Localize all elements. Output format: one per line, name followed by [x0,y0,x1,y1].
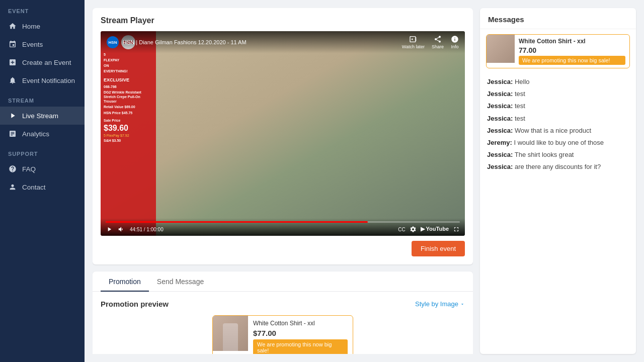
notif-details: White Cotton Shirt - xxl 77.00 We are pr… [515,35,629,68]
style-by-image-btn[interactable]: Style by Image [415,300,465,308]
promotion-card: Promotion Send Message Promotion preview… [93,272,473,354]
promo-cta: We are promoting this now big sale! [253,339,348,354]
sidebar-stream-section: STREAM [0,89,85,107]
notif-price: 77.00 [519,46,625,54]
list-item: Jeremy: I would like to buy one of those [487,138,629,147]
info-btn[interactable]: Info [451,35,459,49]
progress-fill [106,221,368,223]
home-icon [8,22,17,31]
video-channel-logo: HSN [107,36,119,48]
play-button[interactable] [106,226,113,233]
volume-button[interactable] [118,226,125,233]
video-promo-sale-label: Sale Price [104,118,153,123]
video-promo-line4: EVERYTHING! [104,69,153,73]
sidebar-support-section: SUPPORT [0,143,85,160]
messages-list: Jessica: HelloJessica: testJessica: test… [480,73,636,354]
fullscreen-button[interactable] [453,226,460,233]
video-promo-line2: FLEXPAY [104,58,153,62]
main-content: Stream Player HSN 5 FLEXPAY ON EVERYTHIN… [85,0,644,362]
tab-send-message[interactable]: Send Message [149,272,212,292]
list-item: Jessica: Wow that is a nice product [487,126,629,135]
video-title: HSN | Diane Gilman Fashions 12.20.2020 -… [123,39,398,45]
sidebar-event-section: EVENT [0,0,85,17]
promo-details: White Cotton Shirt - xxl $77.00 We are p… [248,316,353,354]
video-promo-flexpay: 5 FlexPay $7.92 [104,134,153,137]
share-btn[interactable]: Share [432,35,444,49]
tab-promotion[interactable]: Promotion [101,272,149,292]
video-container[interactable]: HSN 5 FLEXPAY ON EVERYTHING! EXCLUSIVE 0… [101,31,465,236]
sidebar-item-home[interactable]: Home [0,17,85,35]
video-promo-sale-price: $39.60 [104,124,153,133]
video-promo-retail: Retail Value $69.00 [104,105,153,109]
video-promo-sh: S&H $3.50 [104,138,153,143]
promo-notification: White Cotton Shirt - xxl 77.00 We are pr… [486,34,630,68]
promo-price: $77.00 [253,329,348,337]
controls-row: 44:51 / 1:00:00 CC ▶ YouTube [106,226,460,233]
sidebar-item-faq[interactable]: FAQ [0,160,85,178]
promo-product-image [213,316,248,351]
promo-figure [223,323,238,351]
finish-event-button[interactable]: Finish event [412,241,465,256]
right-panel: Messages White Cotton Shirt - xxl 77.00 … [480,8,636,354]
messages-card: Messages White Cotton Shirt - xxl 77.00 … [480,8,636,354]
live-stream-icon [8,111,17,120]
notif-product-name: White Cotton Shirt - xxl [519,38,625,45]
video-scene: HSN 5 FLEXPAY ON EVERYTHING! EXCLUSIVE 0… [101,31,465,236]
promo-product-name: White Cotton Shirt - xxl [253,320,348,327]
sidebar-item-contact[interactable]: Contact [0,178,85,196]
youtube-logo: ▶ YouTube [421,226,449,233]
video-time: 44:51 / 1:00:00 [130,227,393,232]
list-item: Jessica: Hello [487,77,629,86]
messages-title: Messages [480,8,636,29]
promo-body: Promotion preview Style by Image [93,292,473,354]
contact-icon [8,183,17,192]
settings-button[interactable] [410,226,417,233]
video-promo-item-name: DG2 Wrinkle Resistant Stretch Crepe Pull… [104,90,153,104]
promo-image-inner [213,316,248,351]
video-promo-line3: ON [104,63,153,68]
list-item: Jessica: test [487,102,629,111]
notif-product-image [487,35,515,63]
video-top-actions: Watch later Share Info [402,35,459,49]
sidebar: EVENT Home Events Create an Event Event … [0,0,85,362]
stream-player-card: Stream Player HSN 5 FLEXPAY ON EVERYTHIN… [93,8,473,264]
video-promo-hsn-price: HSN Price $45.75 [104,111,153,115]
sidebar-item-create-event[interactable]: Create an Event [0,53,85,71]
list-item: Jessica: are there any discounts for it? [487,162,629,171]
stream-player-title: Stream Player [101,16,465,25]
tabs-row: Promotion Send Message [93,272,473,292]
progress-bar[interactable] [106,221,460,223]
video-promo-phone: 088-786 [104,84,153,89]
promo-preview-box: White Cotton Shirt - xxl $77.00 We are p… [212,315,353,354]
list-item: Jessica: The shirt looks great [487,150,629,159]
left-panel: Stream Player HSN 5 FLEXPAY ON EVERYTHIN… [93,8,473,354]
faq-icon [8,164,17,173]
promo-preview-title: Promotion preview [101,300,169,308]
video-promo-exclusive: EXCLUSIVE [104,77,153,83]
analytics-icon [8,129,17,138]
create-event-icon [8,58,17,67]
watch-later-btn[interactable]: Watch later [402,35,425,49]
video-promo-bar: HSN 5 FLEXPAY ON EVERYTHING! EXCLUSIVE 0… [101,31,156,236]
video-top-bar: HSN HSN | Diane Gilman Fashions 12.20.20… [101,31,465,53]
sidebar-item-analytics[interactable]: Analytics [0,125,85,143]
finish-btn-row: Finish event [101,241,465,256]
promo-preview-header: Promotion preview Style by Image [101,300,465,308]
sidebar-item-events[interactable]: Events [0,35,85,53]
notif-cta: We are promoting this now big sale! [519,56,625,65]
notification-icon [8,76,17,85]
content-area: Stream Player HSN 5 FLEXPAY ON EVERYTHIN… [85,0,644,362]
list-item: Jessica: test [487,114,629,123]
sidebar-item-live-stream[interactable]: Live Stream [0,107,85,125]
video-controls: 44:51 / 1:00:00 CC ▶ YouTube [101,218,465,236]
sidebar-item-event-notification[interactable]: Event Notification [0,71,85,89]
cc-button[interactable]: CC [398,226,405,233]
events-icon [8,40,17,49]
list-item: Jessica: test [487,89,629,99]
video-right-controls: CC ▶ YouTube [398,226,460,233]
